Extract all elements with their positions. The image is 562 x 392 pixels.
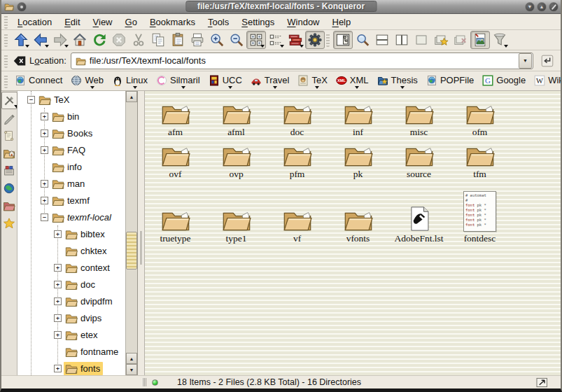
scrollbar-thumb[interactable]	[126, 232, 137, 270]
tree-expander-plus-icon[interactable]: +	[54, 264, 62, 272]
location-combobox[interactable]: ▼	[71, 52, 533, 69]
icon-view-mode-button[interactable]	[246, 31, 266, 49]
titlebar[interactable]: file:/usr/TeX/texmf-local/fonts - Konque…	[1, 0, 561, 14]
folder-source[interactable]: source	[388, 139, 449, 179]
tree-expander-plus-icon[interactable]: +	[54, 230, 62, 238]
back-button[interactable]	[31, 31, 50, 49]
menu-location[interactable]: Location	[11, 15, 58, 29]
folder-pk[interactable]: pk	[328, 139, 388, 179]
go-button[interactable]	[538, 52, 556, 70]
split-view-left-right-button[interactable]	[392, 31, 412, 49]
folder-pfm[interactable]: pfm	[267, 139, 328, 179]
folder-afm[interactable]: afm	[145, 97, 206, 137]
folder-misc[interactable]: misc	[388, 97, 449, 137]
location-input[interactable]	[90, 55, 518, 66]
tree-item-content[interactable]: FAQ	[50, 144, 88, 157]
bookmark-ucc[interactable]: UCC	[205, 74, 247, 89]
zoom-out-button[interactable]	[227, 31, 246, 49]
tree-expander-plus-icon[interactable]: +	[41, 113, 48, 120]
tree-item-info[interactable]: info	[17, 158, 125, 175]
find-file-button[interactable]	[353, 31, 372, 49]
list-view-mode-button[interactable]	[266, 31, 286, 49]
home-button[interactable]	[70, 31, 90, 49]
bookmark-wikipedia[interactable]: WWikipedia	[531, 74, 561, 89]
tree-expander-minus-icon[interactable]: −	[27, 96, 35, 104]
toolbar-grabber[interactable]	[326, 33, 330, 47]
menu-window[interactable]: Window	[281, 15, 325, 29]
configure-panel-button[interactable]	[1, 92, 17, 109]
tree-item-bibtex[interactable]: + bibtex	[17, 225, 125, 242]
bookmark-tex[interactable]: TeX	[294, 74, 332, 89]
tree-item-fontname[interactable]: fontname	[17, 343, 125, 360]
home-directory-panel-button[interactable]	[1, 144, 17, 162]
copy-button[interactable]	[148, 31, 168, 49]
history-panel-button[interactable]	[1, 127, 17, 144]
bookmarks-stack-button[interactable]	[286, 31, 305, 49]
tree-item-chktex[interactable]: chktex	[17, 242, 125, 259]
tree-expander-plus-icon[interactable]: +	[54, 298, 62, 305]
close-tab-button[interactable]	[451, 31, 470, 49]
tree-item-content[interactable]: context	[64, 261, 113, 274]
tree-item-doc[interactable]: + doc	[17, 276, 125, 293]
tree-item-content[interactable]: Books	[50, 127, 95, 140]
root-directory-panel-button[interactable]	[1, 197, 17, 214]
file-adobefnt.lst[interactable]: AdobeFnt.lst	[388, 183, 449, 244]
new-tab-button[interactable]	[431, 31, 451, 49]
panel-splitter[interactable]	[138, 91, 145, 375]
folder-truetype[interactable]: truetype	[145, 183, 206, 244]
folder-vfonts[interactable]: vfonts	[328, 183, 388, 244]
folder-type1[interactable]: type1	[206, 183, 267, 244]
scroll-down-button[interactable]: ▼	[126, 364, 137, 375]
tree-expander-plus-icon[interactable]: +	[41, 146, 48, 154]
tree-item-content[interactable]: doc	[64, 278, 98, 291]
bookmark-xml[interactable]: XMLXML	[332, 74, 374, 89]
pencil-panel-button[interactable]	[1, 109, 17, 127]
tree-item-tex[interactable]: − TeX	[17, 91, 125, 108]
bookmark-linux[interactable]: Linux	[108, 74, 153, 89]
file-fontdesc[interactable]: # automat#font pk *font pk *font pk *fon…	[449, 183, 510, 244]
tree-item-content[interactable]: fontname	[64, 345, 121, 358]
folder-ovp[interactable]: ovp	[206, 139, 267, 179]
tree-item-content[interactable]: texmf	[50, 194, 92, 207]
menu-help[interactable]: Help	[326, 15, 358, 29]
scroll-up-button-bottom[interactable]: ▲	[126, 353, 137, 364]
tree-item-content[interactable]: fonts	[64, 362, 103, 375]
close-button[interactable]	[549, 2, 559, 12]
tree-item-content[interactable]: dvips	[64, 312, 104, 325]
folder-inf[interactable]: inf	[328, 97, 388, 137]
sticky-button[interactable]	[17, 2, 27, 12]
tree-item-books[interactable]: + Books	[17, 125, 125, 141]
menu-bookmarks[interactable]: Bookmarks	[143, 15, 202, 29]
tree-expander-plus-icon[interactable]: +	[54, 281, 62, 288]
menu-view[interactable]: View	[87, 15, 119, 29]
show-navigation-panel-button[interactable]	[333, 31, 353, 49]
tree-item-content[interactable]: chktex	[64, 244, 110, 258]
bookmark-silmaril[interactable]: Silmaril	[153, 74, 205, 89]
tree-item-dvipdfm[interactable]: + dvipdfm	[17, 293, 125, 309]
statusbar-splitter-handle[interactable]	[142, 378, 146, 386]
services-panel-button[interactable]	[1, 162, 17, 179]
tree-item-content[interactable]: texmf-local	[50, 211, 114, 224]
tree-expander-plus-icon[interactable]: +	[54, 365, 62, 372]
split-view-top-bottom-button[interactable]	[372, 31, 392, 49]
tree-item-content[interactable]: bibtex	[64, 227, 108, 241]
bookmarks-panel-button[interactable]	[1, 214, 17, 232]
tree-item-bin[interactable]: + bin	[17, 108, 125, 125]
tree-expander-plus-icon[interactable]: +	[41, 130, 48, 137]
resize-grip[interactable]	[536, 377, 548, 388]
forward-button[interactable]	[50, 31, 70, 49]
folder-ovf[interactable]: ovf	[145, 139, 206, 179]
maximize-button[interactable]: ▲	[537, 2, 547, 12]
bookmark-popfile[interactable]: POPFile	[423, 74, 479, 89]
tree-item-content[interactable]: dvipdfm	[64, 295, 115, 308]
bookmark-google[interactable]: GGoogle	[479, 74, 531, 89]
cut-button[interactable]	[129, 31, 148, 49]
tree-item-fonts[interactable]: + fonts	[17, 360, 125, 375]
remove-active-view-button[interactable]	[412, 31, 431, 49]
toolbar-grabber[interactable]	[4, 15, 8, 29]
print-button[interactable]	[188, 31, 207, 49]
tree-item-content[interactable]: TeX	[37, 93, 72, 106]
folder-doc[interactable]: doc	[267, 97, 328, 137]
window-icon[interactable]	[3, 2, 15, 12]
minimize-button[interactable]: ▼	[525, 2, 535, 12]
